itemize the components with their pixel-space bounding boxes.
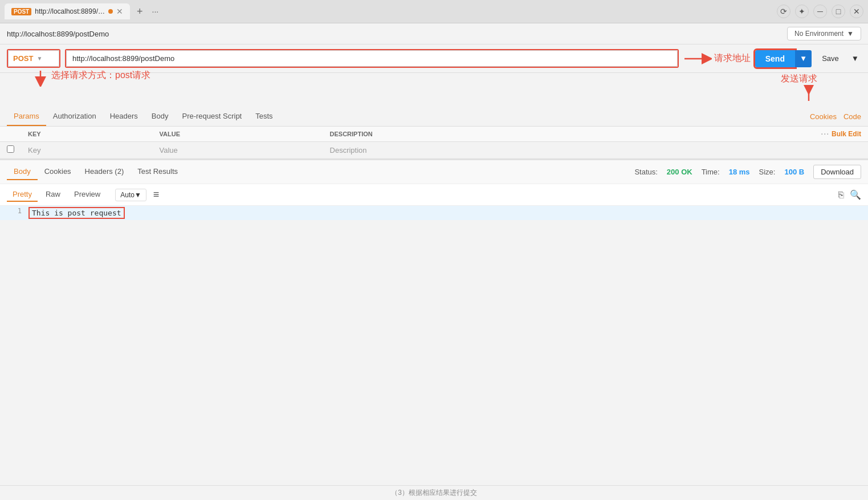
search-icon[interactable]: 🔍: [850, 189, 861, 200]
wrap-icon[interactable]: ≡: [153, 189, 160, 201]
browser-window: POST http://localhost:8899/postDem... ✕ …: [0, 0, 868, 220]
tab-close-icon[interactable]: ✕: [116, 7, 123, 16]
method-selector[interactable]: POST ▼: [8, 50, 59, 67]
tab-title: http://localhost:8899/postDem...: [35, 7, 105, 15]
check-col-header: [0, 127, 21, 142]
env-dropdown-arrow: ▼: [847, 30, 854, 38]
url-input-outline: [65, 49, 679, 68]
browser-tab[interactable]: POST http://localhost:8899/postDem... ✕: [5, 3, 130, 19]
send-annotation-text: 发送请求: [781, 73, 817, 85]
copy-icon[interactable]: ⎘: [838, 190, 844, 200]
more-tabs-button[interactable]: ···: [150, 7, 161, 16]
response-text: This is post request: [32, 209, 121, 217]
tab-unsaved-dot: [108, 9, 113, 14]
resp-content: 1 This is post request 请求成功，相应的结果: [0, 206, 868, 220]
method-selector-outline: POST ▼: [7, 49, 60, 68]
resp-tab-pretty[interactable]: Pretty: [7, 188, 38, 202]
add-tab-button[interactable]: +: [133, 6, 146, 18]
compass-icon[interactable]: ✦: [795, 5, 809, 18]
size-value: 100 B: [784, 168, 804, 176]
request-bar: POST ▼ 选择请求方式：post请求: [0, 44, 868, 73]
method-value: POST: [13, 54, 33, 63]
tab-body[interactable]: Body: [145, 107, 176, 126]
send-button[interactable]: Send: [755, 50, 795, 67]
key-col-header: KEY: [21, 127, 153, 142]
line-number: 1: [5, 207, 22, 215]
minimize-icon[interactable]: ─: [813, 5, 827, 18]
resp-tab-raw[interactable]: Raw: [40, 188, 66, 202]
tab-method-badge: POST: [11, 8, 31, 15]
format-selector[interactable]: Auto ▼: [115, 189, 146, 201]
save-dropdown-button[interactable]: ▼: [849, 51, 861, 66]
request-tabs: Params Authorization Headers Body Pre-re…: [0, 107, 868, 127]
save-button[interactable]: Save: [816, 51, 845, 66]
code-link[interactable]: Code: [843, 112, 861, 121]
tab-headers[interactable]: Headers: [103, 107, 145, 126]
value-cell[interactable]: Value: [153, 142, 323, 158]
row-checkbox[interactable]: [7, 145, 14, 153]
tab-params[interactable]: Params: [7, 107, 46, 126]
status-area: Status: 200 OK Time: 18 ms Size: 100 B D…: [634, 165, 861, 179]
more-dots-icon[interactable]: ···: [821, 131, 830, 137]
cookies-link[interactable]: Cookies: [810, 112, 837, 121]
params-table: KEY VALUE DESCRIPTION ··· Bulk Edit Key …: [0, 127, 868, 158]
tab-tests[interactable]: Tests: [248, 107, 279, 126]
desc-cell[interactable]: Description: [323, 142, 602, 158]
send-dropdown-button[interactable]: ▼: [795, 50, 812, 67]
send-button-group: Send ▼ 发送请求: [755, 50, 812, 67]
key-cell[interactable]: Key: [21, 142, 153, 158]
desc-col-header: DESCRIPTION: [323, 127, 602, 142]
table-row: Key Value Description: [0, 142, 868, 158]
response-section: Body Cookies Headers (2) Test Results St…: [0, 158, 868, 220]
value-col-header: VALUE: [153, 127, 323, 142]
params-section: KEY VALUE DESCRIPTION ··· Bulk Edit Key …: [0, 127, 868, 158]
url-input[interactable]: [66, 50, 678, 67]
method-annotation-text: 选择请求方式：post请求: [51, 70, 150, 82]
status-value: 200 OK: [667, 168, 692, 176]
url-annotation: 请求地址: [683, 52, 751, 64]
address-bar: http://localhost:8899/postDemo No Enviro…: [0, 23, 868, 44]
resp-body-tabs: Pretty Raw Preview Auto ▼ ≡ ⎘ 🔍: [0, 184, 868, 206]
format-value: Auto: [120, 191, 135, 199]
resp-tab-tests[interactable]: Test Results: [131, 164, 185, 180]
resp-tab-headers[interactable]: Headers (2): [78, 164, 131, 180]
size-label: Size:: [759, 168, 776, 176]
resp-tab-body[interactable]: Body: [7, 164, 38, 180]
time-value: 18 ms: [729, 168, 750, 176]
url-arrow-icon: [683, 53, 712, 64]
response-tabs: Body Cookies Headers (2) Test Results: [7, 164, 185, 180]
send-annotation: 发送请求: [781, 73, 817, 102]
send-arrow-icon: [800, 85, 817, 102]
actions-col-header: ··· Bulk Edit: [602, 127, 868, 142]
tab-pre-request[interactable]: Pre-request Script: [175, 107, 248, 126]
env-selector[interactable]: No Environment ▼: [787, 27, 861, 40]
status-label: Status:: [634, 168, 657, 176]
resp-tab-cookies[interactable]: Cookies: [38, 164, 78, 180]
browser-tab-bar: POST http://localhost:8899/postDem... ✕ …: [0, 0, 868, 23]
env-label: No Environment: [794, 30, 843, 38]
resp-body-icons: ⎘ 🔍: [838, 189, 861, 200]
maximize-icon[interactable]: □: [832, 5, 845, 18]
address-text: http://localhost:8899/postDemo: [7, 30, 109, 38]
row-checkbox-cell: [0, 142, 21, 158]
download-button[interactable]: Download: [813, 165, 861, 179]
tab-auth[interactable]: Authorization: [46, 107, 103, 126]
resp-tab-preview[interactable]: Preview: [68, 188, 106, 202]
sync-icon[interactable]: ⟳: [777, 5, 790, 18]
bulk-edit-link[interactable]: Bulk Edit: [832, 130, 861, 138]
method-annotation: 选择请求方式：post请求: [32, 70, 150, 87]
close-icon[interactable]: ✕: [850, 5, 863, 18]
response-text-outline: This is post request: [28, 207, 125, 219]
resp-line-1: 1 This is post request: [0, 206, 868, 220]
method-arrow-icon: [32, 70, 49, 87]
method-dropdown-arrow: ▼: [36, 55, 42, 62]
response-header: Body Cookies Headers (2) Test Results St…: [0, 160, 868, 184]
url-annotation-text: 请求地址: [714, 52, 751, 64]
format-arrow: ▼: [135, 191, 141, 199]
time-label: Time:: [702, 168, 720, 176]
